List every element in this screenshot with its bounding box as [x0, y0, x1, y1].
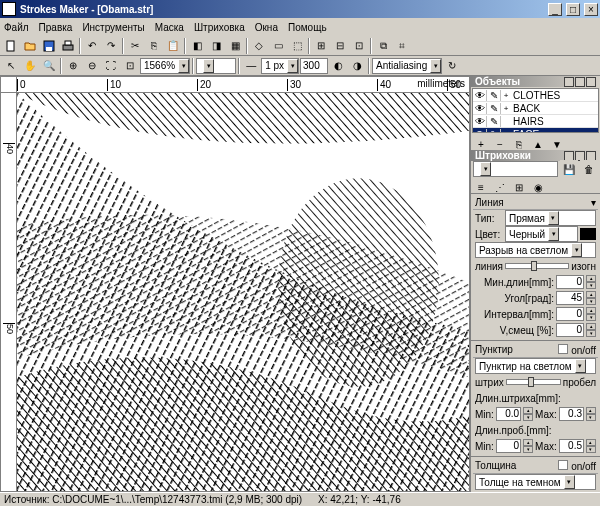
chevron-down-icon[interactable]: ▾ [203, 59, 214, 73]
line-section-header[interactable]: Линия▾ [473, 196, 598, 210]
line-type-combo[interactable]: Прямая▾ [505, 210, 596, 226]
angle-input[interactable]: 45 [556, 291, 584, 305]
line-color-combo[interactable]: Черный▾ [505, 226, 578, 242]
gap-min-input[interactable]: 0 [496, 439, 521, 453]
layer-row[interactable]: 👁✎+CLOTHES [473, 89, 598, 102]
canvas[interactable] [17, 93, 469, 491]
ruler-unit: millimeters [417, 78, 465, 89]
gap-mode-combo[interactable]: Разрыв на светлом▾ [475, 242, 596, 258]
stroke-preset-combo[interactable]: ▾ [473, 161, 558, 177]
open-icon[interactable] [21, 37, 39, 55]
gap-max-input[interactable]: 0.5 [559, 439, 584, 453]
tool-f-icon[interactable]: ⬚ [288, 37, 306, 55]
layers-list[interactable]: 👁✎+CLOTHES👁✎+BACK👁✎HAIRS👁✎-FACE👁✎Плоскос… [472, 88, 599, 133]
preset-save-icon[interactable]: 💾 [560, 160, 578, 178]
tool-d-icon[interactable]: ◇ [250, 37, 268, 55]
zoom-icon[interactable]: 🔍 [40, 57, 58, 75]
dash-slider[interactable] [506, 379, 561, 385]
eye-icon[interactable]: 👁 [473, 116, 487, 127]
tool-j-icon[interactable]: ⧉ [374, 37, 392, 55]
new-icon[interactable] [2, 37, 20, 55]
tool-e-icon[interactable]: ▭ [269, 37, 287, 55]
stroke-icon[interactable]: — [242, 57, 260, 75]
color-swatch[interactable] [580, 228, 596, 240]
eye-icon[interactable]: 👁 [473, 129, 487, 134]
tool-k-icon[interactable]: ⌗ [393, 37, 411, 55]
width-onoff-checkbox[interactable] [558, 460, 568, 470]
zoom-out-icon[interactable]: ⊖ [83, 57, 101, 75]
zoom-in-icon[interactable]: ⊕ [64, 57, 82, 75]
tool-i-icon[interactable]: ⊡ [350, 37, 368, 55]
tool-c-icon[interactable]: ▦ [226, 37, 244, 55]
dash-max-input[interactable]: 0.3 [559, 407, 584, 421]
antialiasing-combo[interactable]: Antialiasing▾ [372, 58, 442, 74]
dash-mode-combo[interactable]: Пунктир на светлом▾ [475, 358, 596, 374]
preset-del-icon[interactable]: 🗑 [580, 160, 598, 178]
maximize-button[interactable]: □ [566, 3, 580, 16]
title-bar: Strokes Maker - [Obama.str] _ □ × [0, 0, 600, 18]
hand-icon[interactable]: ✋ [21, 57, 39, 75]
layer-row[interactable]: 👁✎HAIRS [473, 115, 598, 128]
edit-icon[interactable]: ✎ [487, 103, 501, 114]
edit-icon[interactable]: ✎ [487, 90, 501, 101]
undo-icon[interactable]: ↶ [83, 37, 101, 55]
line-slider[interactable] [505, 263, 569, 269]
menu-hatching[interactable]: Штриховка [194, 22, 245, 33]
panel-tool-icon[interactable] [564, 151, 574, 161]
panel-tool-icon[interactable] [575, 151, 585, 161]
dash-onoff-checkbox[interactable] [558, 344, 568, 354]
copy-icon[interactable]: ⎘ [145, 37, 163, 55]
dash-section-header[interactable]: Пунктир on/off [473, 343, 598, 358]
layer-row[interactable]: 👁✎-FACE [473, 128, 598, 133]
eye-icon[interactable]: 👁 [473, 103, 487, 114]
field-a-input[interactable] [300, 58, 328, 74]
tool-b-icon[interactable]: ◨ [207, 37, 225, 55]
zoom-combo[interactable]: 1566%▾ [140, 58, 190, 74]
paste-icon[interactable]: 📋 [164, 37, 182, 55]
print-icon[interactable] [59, 37, 77, 55]
width-mode-combo[interactable]: Толще на темном▾ [475, 474, 596, 490]
expand-icon[interactable]: + [501, 104, 511, 113]
close-button[interactable]: × [584, 3, 598, 16]
menu-help[interactable]: Помощь [288, 22, 327, 33]
chevron-down-icon[interactable]: ▾ [430, 59, 441, 73]
expand-icon[interactable]: + [501, 91, 511, 100]
zoom-fit-icon[interactable]: ⛶ [102, 57, 120, 75]
menu-tools[interactable]: Инструменты [82, 22, 144, 33]
tool-h-icon[interactable]: ⊟ [331, 37, 349, 55]
chevron-down-icon[interactable]: ▾ [287, 59, 298, 73]
opt-a-icon[interactable]: ◐ [329, 57, 347, 75]
layer-row[interactable]: 👁✎+BACK [473, 102, 598, 115]
zoom-1to1-icon[interactable]: ⊡ [121, 57, 139, 75]
edit-icon[interactable]: ✎ [487, 116, 501, 127]
panel-close-icon[interactable] [586, 151, 596, 161]
style-combo[interactable]: ▾ [196, 58, 236, 74]
voffset-input[interactable]: 0 [556, 323, 584, 337]
eye-icon[interactable]: 👁 [473, 90, 487, 101]
layers-toolbar: + − ⎘ ▲ ▼ [471, 134, 600, 150]
minimize-button[interactable]: _ [548, 3, 562, 16]
panel-tool-icon[interactable] [575, 77, 585, 87]
menu-edit[interactable]: Правка [39, 22, 73, 33]
panel-close-icon[interactable] [586, 77, 596, 87]
chevron-down-icon[interactable]: ▾ [178, 59, 189, 73]
expand-icon[interactable]: - [501, 130, 511, 134]
stroke-width-combo[interactable]: 1 px▾ [261, 58, 299, 74]
dash-min-input[interactable]: 0.0 [496, 407, 521, 421]
pointer-icon[interactable]: ↖ [2, 57, 20, 75]
menu-mask[interactable]: Маска [155, 22, 184, 33]
menu-windows[interactable]: Окна [255, 22, 278, 33]
refresh-icon[interactable]: ↻ [443, 57, 461, 75]
menu-file[interactable]: Файл [4, 22, 29, 33]
tool-a-icon[interactable]: ◧ [188, 37, 206, 55]
opt-b-icon[interactable]: ◑ [348, 57, 366, 75]
redo-icon[interactable]: ↷ [102, 37, 120, 55]
panel-tool-icon[interactable] [564, 77, 574, 87]
save-icon[interactable] [40, 37, 58, 55]
min-len-input[interactable]: 0 [556, 275, 584, 289]
interval-input[interactable]: 0 [556, 307, 584, 321]
cut-icon[interactable]: ✂ [126, 37, 144, 55]
edit-icon[interactable]: ✎ [487, 129, 501, 134]
width-section-header[interactable]: Толщина on/off [473, 459, 598, 474]
tool-g-icon[interactable]: ⊞ [312, 37, 330, 55]
